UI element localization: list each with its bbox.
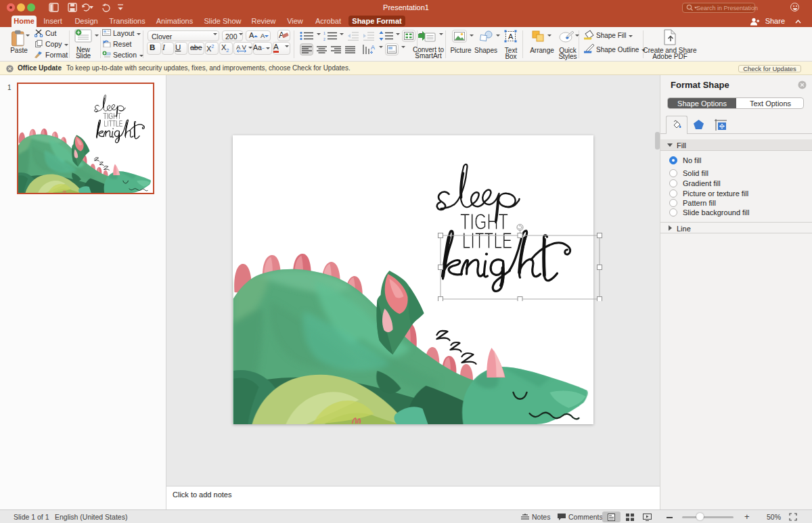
svg-text:1: 1 [323, 31, 325, 35]
svg-text:A: A [371, 44, 375, 51]
svg-text:A: A [508, 32, 514, 41]
svg-text:2: 2 [323, 37, 325, 41]
